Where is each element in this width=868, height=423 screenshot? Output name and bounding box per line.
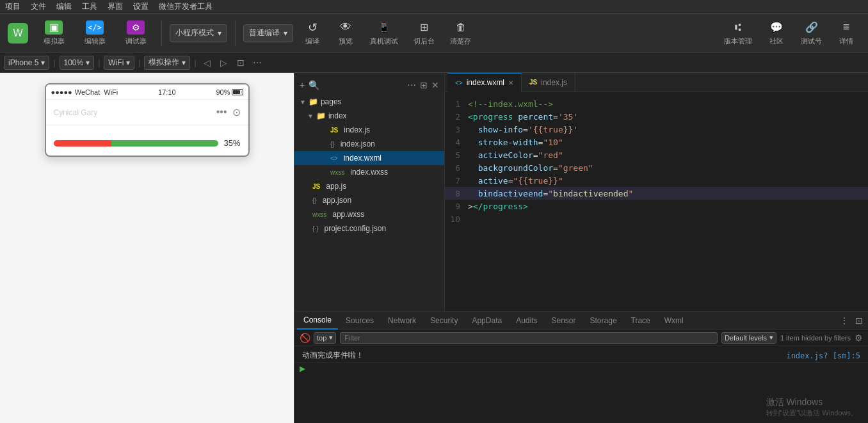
device-name: iPhone 5 [8, 58, 38, 67]
preview-label: 预览 [339, 36, 353, 46]
detail-icon: ≡ [839, 20, 854, 35]
console-tab-security[interactable]: Security [445, 312, 464, 330]
real-debug-label: 真机调试 [370, 36, 398, 46]
log-source[interactable]: index.js? [sm]:5 [786, 351, 860, 360]
console-undock-icon[interactable]: ⊡ [853, 315, 865, 326]
backend-button[interactable]: ⊞ 切后台 [408, 18, 440, 49]
tree-more-icon[interactable]: ⋯ [407, 80, 416, 90]
js-tab-icon: JS [529, 79, 537, 86]
caret-down-icon: ▼ [307, 113, 314, 120]
compile-icon: ↺ [305, 20, 320, 35]
compile-dropdown[interactable]: 普通编译 ▾ [243, 24, 293, 42]
log-message: 动画完成事件啦！ [445, 350, 781, 361]
menu-edit[interactable]: 编辑 [56, 1, 72, 12]
menu-project[interactable]: 项目 [5, 1, 20, 12]
tree-item-app-json[interactable]: {} app.json [294, 193, 444, 207]
phone-status-bar: ●●●●● WeChat WiFi 17:10 90% [46, 84, 248, 100]
console-more-icon[interactable]: ⋮ [837, 315, 851, 326]
phone-signal: ●●●●● WeChat WiFi [51, 88, 118, 96]
console-tab-trace[interactable]: Trace [625, 312, 657, 330]
console-filter-input[interactable] [445, 332, 718, 344]
tree-item-app-js[interactable]: JS app.js [294, 179, 444, 193]
version-icon: ⑆ [730, 20, 746, 35]
simulator-button[interactable]: ▣ 模拟器 [36, 18, 72, 49]
version-label: 版本管理 [724, 36, 752, 46]
network-chevron-icon: ▾ [126, 58, 130, 67]
rotate-right-button[interactable]: ▷ [217, 56, 231, 70]
separator3: | [138, 58, 140, 67]
version-button[interactable]: ⑆ 版本管理 [719, 18, 757, 49]
search-icon[interactable]: 🔍 [309, 80, 319, 90]
simulator-label: 模拟器 [44, 36, 65, 46]
tree-item-label: index [328, 111, 347, 120]
menu-interface[interactable]: 界面 [108, 1, 123, 12]
tree-item-app-wxss[interactable]: wxss app.wxss [294, 207, 444, 221]
level-chevron-icon: ▾ [769, 333, 773, 342]
menu-file[interactable]: 文件 [31, 1, 46, 12]
preview-button[interactable]: 👁 预览 [332, 18, 360, 49]
operation-chevron-icon: ▾ [182, 58, 186, 67]
preview-icon: 👁 [338, 20, 353, 35]
new-file-icon[interactable]: + [300, 80, 305, 90]
tree-item-pages[interactable]: ▼ 📁 pages [294, 95, 444, 109]
tree-item-index-wxml[interactable]: <> index.wxml [294, 151, 444, 165]
level-select[interactable]: Default levels ▾ [721, 332, 776, 344]
compile-label: 编译 [305, 36, 319, 46]
hidden-items-info: 1 item hidden by filters [780, 334, 851, 342]
editor-button[interactable]: </> 编辑器 [77, 18, 113, 49]
more-actions-button[interactable]: ⋯ [250, 56, 264, 70]
battery-percent: 90% [216, 88, 230, 96]
tab-index-wxml[interactable]: <> index.wxml ✕ [447, 73, 522, 92]
tree-split-icon[interactable]: ⊞ [420, 80, 428, 90]
console-tab-appdata[interactable]: AppData [465, 312, 508, 330]
zoom-select[interactable]: 100% ▾ [60, 56, 95, 70]
detail-button[interactable]: ≡ 详情 [832, 18, 860, 49]
file-tree-header: + 🔍 ⋯ ⊞ ✕ [294, 76, 444, 95]
network-select[interactable]: WiFi ▾ [104, 56, 134, 70]
editor-panel: <> index.wxml ✕ JS index.js 1 <!--index.… [445, 73, 868, 423]
tree-item-index-folder[interactable]: ▼ 📁 index [294, 109, 444, 123]
test-button[interactable]: 🔗 测试号 [796, 18, 827, 49]
operation-select[interactable]: 模拟操作 ▾ [144, 56, 190, 70]
camera-icon: ⊙ [232, 106, 241, 118]
mode-dropdown[interactable]: 小程序模式 ▾ [170, 24, 227, 42]
real-debug-button[interactable]: 📱 真机调试 [365, 18, 403, 49]
signal-dots-icon: ●●●●● [51, 88, 72, 96]
rotate-left-button[interactable]: ◁ [200, 56, 214, 70]
zoom-chevron-icon: ▾ [86, 58, 90, 67]
code-line-5: 5 activeColor="red" [445, 148, 868, 161]
tree-item-label: index.json [341, 140, 375, 148]
tree-item-index-js[interactable]: JS index.js [294, 123, 444, 137]
community-button[interactable]: 💬 社区 [762, 18, 791, 49]
console-tab-sensor[interactable]: Sensor [545, 312, 583, 330]
menu-settings[interactable]: 设置 [133, 1, 149, 12]
tree-item-label: app.js [326, 182, 346, 191]
log-line-1: 动画完成事件啦！ index.js? [sm]:5 [445, 349, 868, 363]
device-select[interactable]: iPhone 5 ▾ [4, 56, 49, 70]
network-value: WiFi [108, 58, 124, 67]
clear-cache-button[interactable]: 🗑 清楚存 [445, 18, 476, 49]
console-tab-audits[interactable]: Audits [510, 312, 543, 330]
console-toolbar: 🚫 top ▾ Default levels ▾ 1 item hidden b… [445, 330, 868, 346]
editor-icon: </> [86, 20, 104, 35]
progress-red-fill [54, 140, 111, 147]
debugger-button[interactable]: ⚙ 调试器 [118, 18, 154, 49]
tab-index-js[interactable]: JS index.js [522, 73, 575, 92]
console-tab-wxml[interactable]: Wxml [658, 312, 690, 330]
tree-item-index-json[interactable]: {} index.json [294, 137, 444, 151]
tab-close-button[interactable]: ✕ [508, 79, 513, 86]
menu-tools[interactable]: 工具 [82, 1, 97, 12]
detail-label: 详情 [839, 36, 853, 46]
editor-tabs: <> index.wxml ✕ JS index.js [445, 73, 868, 92]
fit-screen-button[interactable]: ⊡ [234, 56, 248, 70]
code-line-2: 2 <progress percent='35' [445, 110, 868, 123]
console-tab-storage[interactable]: Storage [584, 312, 623, 330]
menu-devtools[interactable]: 微信开发者工具 [159, 1, 213, 12]
console-settings-icon[interactable]: ⚙ [855, 333, 863, 343]
tree-item-index-wxss[interactable]: wxss index.wxss [294, 165, 444, 179]
tree-item-project-config[interactable]: {·} project.config.json [294, 221, 444, 235]
wxss-icon: wxss [311, 211, 328, 218]
operation-value: 模拟操作 [149, 57, 179, 68]
compile-button[interactable]: ↺ 编译 [298, 18, 326, 49]
tree-close-icon[interactable]: ✕ [431, 80, 439, 90]
